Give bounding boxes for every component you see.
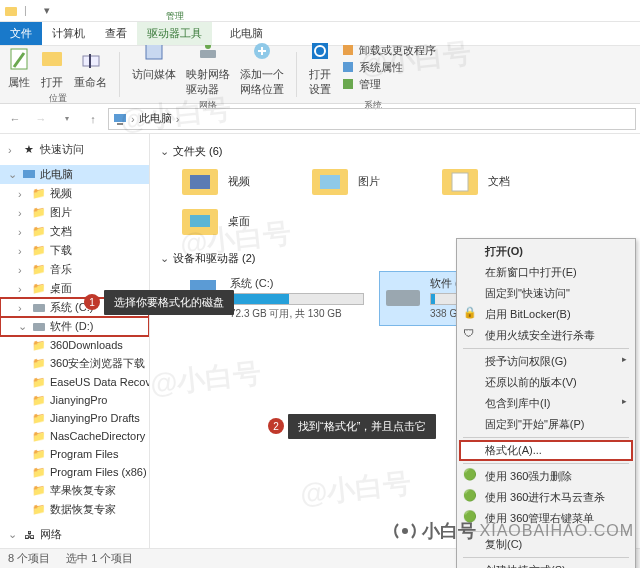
svg-rect-0 (5, 7, 17, 16)
disk-icon (32, 320, 46, 334)
ctx-bitlocker[interactable]: 🔒启用 BitLocker(B) (459, 304, 633, 325)
nav-back-button[interactable]: ← (4, 108, 26, 130)
ctx-open[interactable]: 打开(O) (459, 241, 633, 262)
folder-icon: 📁 (32, 411, 46, 425)
ribbon-properties[interactable]: 属性 (8, 45, 30, 90)
svg-rect-29 (386, 290, 420, 306)
thispc-icon (113, 112, 127, 126)
nav-folder[interactable]: 📁苹果恢复专家 (0, 481, 149, 500)
nav-folder[interactable]: 📁数据恢复专家 (0, 500, 149, 519)
signal-icon (392, 518, 418, 544)
status-item-count: 8 个项目 (8, 551, 50, 566)
nav-videos[interactable]: ›📁视频 (0, 184, 149, 203)
brand-watermark: 小白号 XIAOBAIHAO.COM (392, 518, 634, 544)
nav-folder[interactable]: 📁360Downloads (0, 336, 149, 354)
disk-icon (32, 301, 46, 315)
qat-dropdown-icon[interactable]: ▾ (44, 4, 58, 18)
ctx-restore-prev[interactable]: 还原以前的版本(V) (459, 372, 633, 393)
nav-quick-access[interactable]: ›★快速访问 (0, 140, 149, 159)
folder-icon: 📁 (32, 338, 46, 352)
nav-folder[interactable]: 📁NasCacheDirectory (0, 427, 149, 445)
ribbon-manage[interactable]: 管理 (341, 77, 436, 92)
folder-pictures[interactable]: 图片 (310, 165, 380, 197)
tab-file[interactable]: 文件 (0, 22, 42, 45)
ctx-format[interactable]: 格式化(A)... (459, 440, 633, 461)
svg-rect-22 (320, 175, 340, 189)
tab-computer[interactable]: 计算机 (42, 22, 95, 45)
qat-separator: | (24, 4, 38, 18)
nav-pictures[interactable]: ›📁图片 (0, 203, 149, 222)
nav-folder[interactable]: 📁EaseUS Data Recovery Wiza (0, 373, 149, 391)
svg-rect-16 (23, 170, 35, 178)
folder-icon: 📁 (32, 465, 46, 479)
annotation-badge-2: 2 (268, 418, 284, 434)
ctx-new-window[interactable]: 在新窗口中打开(E) (459, 262, 633, 283)
ctx-pin-start[interactable]: 固定到"开始"屏幕(P) (459, 414, 633, 435)
ribbon-open[interactable]: 打开 (40, 45, 64, 90)
shield-icon: 🛡 (463, 327, 479, 343)
nav-recent-button[interactable]: ▾ (56, 108, 78, 130)
nav-this-pc[interactable]: ⌄此电脑 (0, 165, 149, 184)
pictures-folder-icon (310, 165, 350, 197)
nav-documents[interactable]: ›📁文档 (0, 222, 149, 241)
folder-icon: 📁 (32, 187, 46, 201)
ribbon-open-settings[interactable]: 打开 设置 (309, 37, 331, 97)
folder-icon: 📁 (32, 375, 46, 389)
svg-rect-13 (343, 79, 353, 89)
svg-rect-14 (114, 114, 126, 122)
nav-up-button[interactable]: ↑ (82, 108, 104, 130)
folder-icon: 📁 (32, 244, 46, 258)
folder-icon: 📁 (32, 484, 46, 498)
nav-folder[interactable]: 📁JianyingPro Drafts (0, 409, 149, 427)
nav-folder[interactable]: 📁JianyingPro (0, 391, 149, 409)
nav-folder[interactable]: 📁Program Files (0, 445, 149, 463)
drive-icon (384, 276, 422, 310)
svg-rect-20 (190, 175, 210, 189)
status-selected-count: 选中 1 个项目 (66, 551, 133, 566)
folder-videos[interactable]: 视频 (180, 165, 250, 197)
ctx-360-trojan[interactable]: 🟢使用 360进行木马云查杀 (459, 487, 633, 508)
folder-icon: 📁 (32, 429, 46, 443)
navigation-pane: ›★快速访问 ⌄此电脑 ›📁视频 ›📁图片 ›📁文档 ›📁下载 ›📁音乐 ›📁桌… (0, 134, 150, 548)
annotation-callout-1: 选择你要格式化的磁盘 (104, 290, 234, 315)
folder-icon: 📁 (32, 357, 46, 371)
breadcrumb-thispc[interactable]: 此电脑 (139, 111, 172, 126)
network-icon: 🖧 (22, 528, 36, 542)
ribbon-add-location[interactable]: 添加一个 网络位置 (240, 37, 284, 97)
svg-rect-11 (343, 45, 353, 55)
ribbon-map-drive[interactable]: 映射网络 驱动器 (186, 37, 230, 97)
ctx-grant-access[interactable]: 授予访问权限(G) (459, 351, 633, 372)
nav-network[interactable]: ⌄🖧网络 (0, 525, 149, 544)
ribbon-rename[interactable]: 重命名 (74, 45, 107, 90)
videos-folder-icon (180, 165, 220, 197)
360-icon: 🟢 (463, 468, 479, 484)
tab-drive-tools[interactable]: 管理 驱动器工具 (137, 22, 212, 45)
drive-c-name: 系统 (C:) (230, 276, 364, 291)
nav-folder[interactable]: 📁360安全浏览器下载 (0, 354, 149, 373)
nav-folder[interactable]: 📁Program Files (x86) (0, 463, 149, 481)
address-path[interactable]: › 此电脑 › (108, 108, 636, 130)
folder-icon: 📁 (32, 206, 46, 220)
ctx-360-delete[interactable]: 🟢使用 360强力删除 (459, 466, 633, 487)
folder-documents[interactable]: 文档 (440, 165, 510, 197)
ctx-include-library[interactable]: 包含到库中(I) (459, 393, 633, 414)
ribbon-section-location: 位置 (49, 92, 67, 105)
section-folders[interactable]: ⌄文件夹 (6) (160, 144, 630, 159)
nav-drive-d[interactable]: ⌄软件 (D:) (0, 317, 149, 336)
ctx-pin-quick[interactable]: 固定到"快速访问" (459, 283, 633, 304)
folder-icon: 📁 (32, 282, 46, 296)
thispc-icon (22, 168, 36, 182)
ribbon-system-properties[interactable]: 系统属性 (341, 60, 436, 75)
svg-rect-2 (42, 52, 62, 66)
ctx-scan[interactable]: 🛡使用火绒安全进行杀毒 (459, 325, 633, 346)
tab-view[interactable]: 查看 (95, 22, 137, 45)
nav-forward-button[interactable]: → (30, 108, 52, 130)
nav-downloads[interactable]: ›📁下载 (0, 241, 149, 260)
window-titlebar: | ▾ (0, 0, 640, 22)
annotation-callout-2: 找到“格式化”，并且点击它 (288, 414, 436, 439)
ribbon-access-media[interactable]: 访问媒体 (132, 37, 176, 97)
ctx-shortcut[interactable]: 创建快捷方式(S) (459, 560, 633, 568)
folder-desktop[interactable]: 桌面 (180, 205, 630, 237)
ribbon-uninstall[interactable]: 卸载或更改程序 (341, 43, 436, 58)
nav-music[interactable]: ›📁音乐 (0, 260, 149, 279)
